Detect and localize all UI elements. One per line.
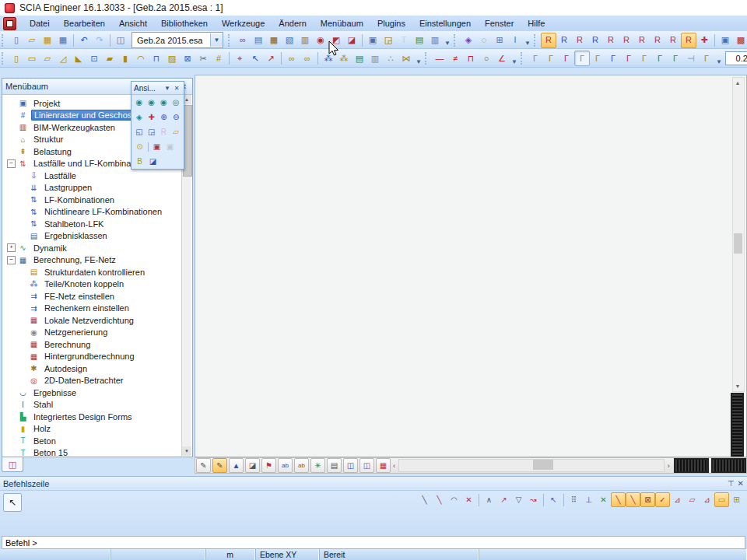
line-grid-button[interactable]: ⊥	[581, 492, 596, 507]
picture-to-gallery-button[interactable]: ▩	[733, 33, 747, 48]
activity-named-button[interactable]: R	[634, 33, 650, 48]
tree-item-beton[interactable]: TBeton	[2, 435, 183, 447]
activity-add-button[interactable]: R	[665, 33, 681, 48]
drag-handle[interactable]	[534, 34, 539, 47]
view-settings-2-button[interactable]: ◫	[359, 458, 374, 473]
activity-layers-button[interactable]: R	[572, 33, 587, 48]
activity-zero-button[interactable]: R	[681, 33, 696, 48]
tree-item-2d-daten-betrachter[interactable]: ◎2D-Daten-Betrachter	[2, 375, 183, 387]
viewport-horizontal-scrollbar[interactable]	[398, 459, 665, 472]
activity-all-button[interactable]: R	[541, 33, 556, 48]
view-top-button[interactable]: ◉	[158, 96, 170, 109]
drag-handle[interactable]	[521, 52, 526, 65]
snap-angle-button[interactable]: ⊿	[700, 492, 714, 507]
save-button[interactable]: ▦	[55, 33, 71, 48]
tree-item-fe-netz-einstellen[interactable]: ⇉FE-Netz einstellen	[2, 290, 183, 303]
snap-nodes-button[interactable]: ✓	[655, 492, 670, 507]
collapse-icon[interactable]: −	[7, 256, 16, 264]
menu-hilfe[interactable]: Hilfe	[521, 17, 552, 30]
wall-button[interactable]: ▮	[117, 51, 133, 66]
new-project-button[interactable]: ▯	[9, 33, 24, 48]
save-picture-button[interactable]: ▣	[717, 33, 733, 48]
open-view-button[interactable]: ▱	[170, 125, 182, 138]
zoom-window-button[interactable]: ◱	[133, 125, 146, 138]
render-settings-button[interactable]: B	[133, 155, 146, 168]
mirror-button[interactable]: ⋈	[398, 51, 414, 66]
copy-add-button[interactable]: ⁂	[321, 51, 336, 66]
line-button[interactable]: —	[432, 51, 447, 66]
member-style-10-button[interactable]: Γ	[668, 51, 683, 66]
scroll-left-icon[interactable]: ‹	[391, 462, 397, 470]
scroll-down-icon[interactable]: ▼	[733, 381, 742, 391]
member-style-4-button[interactable]: Γ	[574, 51, 590, 66]
member-style-5-button[interactable]: Γ	[590, 51, 605, 66]
toolbar-overflow-button[interactable]: ▼	[510, 51, 519, 66]
drag-handle[interactable]	[2, 52, 7, 65]
check-structure-button[interactable]: ∞	[284, 51, 300, 66]
view-edit-button[interactable]: ◪	[146, 155, 160, 168]
rendered-button[interactable]: ✎	[212, 458, 227, 473]
numeric-input-button[interactable]: ⊞	[729, 492, 744, 507]
drag-handle[interactable]	[228, 34, 233, 47]
tree-item-stahl[interactable]: IStahl	[2, 399, 183, 411]
menu-menübaum[interactable]: Menübaum	[314, 17, 370, 30]
docked-panel-collapsed-vertical[interactable]	[731, 393, 744, 457]
viewport-vertical-scrollbar[interactable]: ▲ ▼	[732, 77, 745, 392]
menu-fenster[interactable]: Fenster	[478, 17, 521, 30]
member-style-6-button[interactable]: Γ	[605, 51, 621, 66]
keyboard-input-button[interactable]: ▭	[714, 492, 729, 507]
print-preview-button[interactable]: ◲	[381, 33, 396, 48]
close-icon[interactable]: ✕	[738, 479, 744, 488]
toolbar-overflow-button[interactable]: ▼	[523, 33, 532, 47]
scroll-thumb[interactable]	[533, 460, 553, 470]
activity-invert-button[interactable]: R	[603, 33, 619, 48]
viewport-3d[interactable]: ▲ ▼	[195, 75, 747, 457]
units-button[interactable]: ⊞	[492, 33, 507, 48]
properties-panel-button[interactable]: ◫	[113, 33, 128, 48]
app-icon[interactable]	[3, 17, 16, 30]
search-button[interactable]: ◌	[476, 33, 492, 48]
snap-off-button[interactable]: ✕	[461, 492, 476, 507]
tree-item-hintergrundberechnung[interactable]: ▦Hintergrundberechnung	[2, 351, 183, 363]
paste-special-button[interactable]: ▤	[352, 51, 367, 66]
move-nodes-button[interactable]: ∴	[383, 51, 398, 66]
snap-orthogonal-button[interactable]: ▽	[511, 492, 526, 507]
menu-werkzeuge[interactable]: Werkzeuge	[215, 17, 272, 30]
snap-edge-button[interactable]: ⊿	[670, 492, 685, 507]
tree-item-autodesign[interactable]: ✱Autodesign	[2, 362, 183, 375]
view-axo-button[interactable]: ◎	[170, 96, 182, 109]
load-panel-button[interactable]: ▨	[164, 51, 180, 66]
snap-line-button[interactable]: ╲	[417, 492, 432, 507]
toolbar-overflow-button[interactable]: ▼	[714, 51, 724, 66]
menu-bearbeiten[interactable]: Bearbeiten	[57, 17, 112, 30]
cross-link-button[interactable]: ↗	[263, 51, 279, 66]
light-button[interactable]: ⊙	[133, 140, 146, 153]
snap-arc-button[interactable]: ◠	[447, 492, 461, 507]
member-style-7-button[interactable]: Γ	[621, 51, 637, 66]
snap-midpoints-button[interactable]: ╲	[626, 492, 640, 507]
snap-cross-button[interactable]: ✕	[596, 492, 611, 507]
tree-item-ergebnisklassen[interactable]: ▤Ergebnisklassen	[2, 230, 183, 243]
zoom-selection-button[interactable]: R	[158, 125, 170, 138]
dot-grid-button[interactable]: ⠿	[566, 492, 581, 507]
member-info-button[interactable]: I	[507, 33, 523, 48]
parallel-line-button[interactable]: ≠	[447, 51, 463, 66]
wireframe-button[interactable]: ✎	[196, 458, 211, 473]
opening-button[interactable]: ⊡	[86, 51, 102, 66]
tree-item-lastgruppen[interactable]: ⇊Lastgruppen	[2, 182, 183, 194]
scale-value[interactable]: 0.25	[725, 51, 747, 65]
plate-button[interactable]: ▰	[102, 51, 117, 66]
connect-members-button[interactable]: ⌖	[232, 51, 247, 66]
tree-item-beton-15[interactable]: TBeton 15	[2, 447, 183, 457]
member-style-2-button[interactable]: Γ	[543, 51, 559, 66]
local-axes-button[interactable]: ✳	[310, 458, 325, 473]
haunch-button[interactable]: ◣	[71, 51, 86, 66]
clip-box-off-button[interactable]: ▣	[163, 140, 177, 153]
labels-abc-button[interactable]: ab	[278, 458, 293, 473]
collapse-icon[interactable]: −	[7, 159, 16, 168]
selection-mode-button[interactable]: ↖	[3, 493, 22, 512]
activity-clipping-button[interactable]: R	[619, 33, 634, 48]
expand-icon[interactable]: +	[7, 243, 16, 252]
column-button[interactable]: ▯	[9, 51, 24, 66]
member-style-8-button[interactable]: Γ	[637, 51, 652, 66]
